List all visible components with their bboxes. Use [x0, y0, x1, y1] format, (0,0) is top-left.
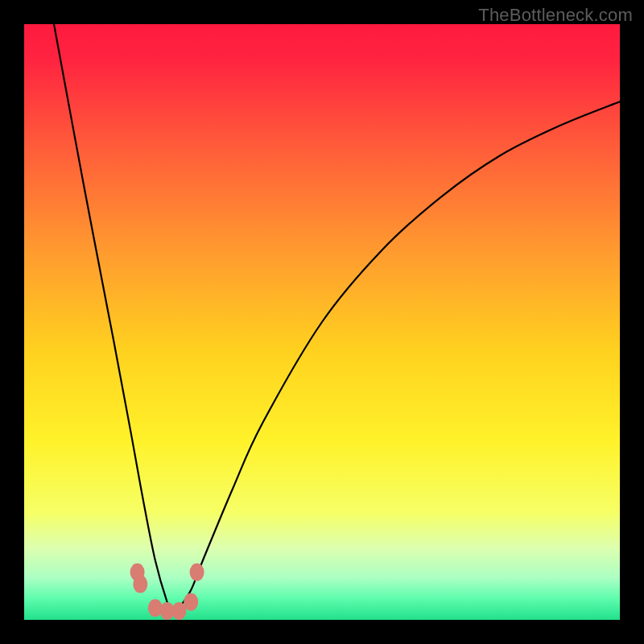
plot-area: [24, 24, 620, 620]
bottleneck-curve: [54, 24, 620, 614]
curve-layer: [24, 24, 620, 620]
marker-point: [133, 576, 147, 593]
marker-point: [148, 599, 163, 617]
chart-frame: TheBottleneck.com: [0, 0, 644, 644]
marker-group: [130, 564, 204, 620]
watermark-text: TheBottleneck.com: [478, 5, 633, 26]
marker-point: [184, 593, 198, 611]
marker-point: [190, 564, 204, 581]
